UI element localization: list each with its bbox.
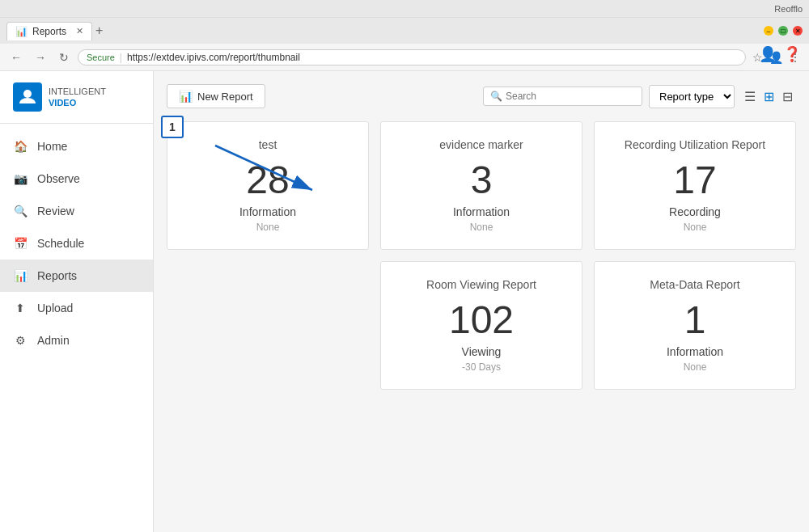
card-number-room-viewing: 102 [394,298,569,342]
admin-icon: ⚙ [13,333,28,348]
grid-view-button[interactable]: ⊞ [760,87,777,106]
sidebar-item-review-label: Review [37,205,74,217]
card-sub-test: None [180,222,355,233]
browser-toolbar: ← → ↻ Secure | https://extdev.ipivs.com/… [0,44,809,71]
card-type-room-viewing: Viewing [394,345,569,358]
card-type-evidence: Information [394,205,569,218]
upload-icon: ⬆ [13,301,28,315]
address-separator: | [120,52,122,63]
view-buttons: ☰ ⊞ ⊟ [741,87,796,106]
address-bar[interactable]: Secure | https://extdev.ipivs.com/report… [78,49,746,65]
large-grid-view-button[interactable]: ⊟ [779,87,796,106]
help-icon[interactable]: ❓ [783,45,801,63]
sidebar-item-upload-label: Upload [37,302,73,315]
sidebar-item-admin[interactable]: ⚙ Admin [0,324,153,357]
user-icon[interactable]: 👤 [759,45,777,63]
sidebar-item-schedule[interactable]: 📅 Schedule [0,227,153,260]
report-card-recording-utilization[interactable]: Recording Utilization Report 17 Recordin… [594,121,796,250]
sidebar-item-upload[interactable]: ⬆ Upload [0,292,153,324]
home-icon: 🏠 [13,139,28,154]
reports-icon: 📊 [13,268,28,283]
cards-grid-row1: 1 test 28 Information None evidence mark… [167,121,796,250]
sidebar-item-reports[interactable]: 📊 Reports [0,260,153,292]
browser-top-bar: Reofflo [0,0,809,18]
secure-label: Secure [87,53,115,62]
new-report-button[interactable]: 📊 New Report [167,84,265,108]
sidebar-item-reports-label: Reports [37,269,77,282]
reload-button[interactable]: ↻ [55,49,73,65]
card-type-recording: Recording [608,205,782,218]
main-toolbar-row: 📊 New Report 🔍 Report type Recording Inf… [167,84,796,108]
report-type-select[interactable]: Report type Recording Information Viewin… [649,85,735,108]
search-icon: 🔍 [490,91,502,102]
logo-icon [13,82,42,112]
browser-username: Reofflo [774,4,803,14]
annotation-badge: 1 [161,116,184,138]
main-content: 📊 New Report 🔍 Report type Recording Inf… [154,71,809,532]
card-title-test: test [180,138,355,151]
card-title-recording: Recording Utilization Report [608,138,782,151]
browser-tab[interactable]: 📊 Reports ✕ [6,22,92,40]
window-controls: – □ ✕ [764,26,803,36]
browser-title-bar: 📊 Reports ✕ + – □ ✕ [0,18,809,44]
back-button[interactable]: ← [6,49,26,65]
sidebar-item-schedule-label: Schedule [37,237,84,250]
report-card-room-viewing[interactable]: Room Viewing Report 102 Viewing -30 Days [380,261,582,390]
schedule-icon: 📅 [13,236,28,251]
close-button[interactable]: ✕ [793,26,803,36]
address-text: https://extdev.ipivs.com/report/thumbnai… [127,52,300,63]
nav-menu: 🏠 Home 📷 Observe 🔍 Review 📅 Schedule 📊 R… [0,130,153,357]
minimize-button[interactable]: – [764,26,773,36]
card-title-room-viewing: Room Viewing Report [394,278,569,291]
new-tab-button[interactable]: + [95,23,103,38]
cards-row1-wrapper: 1 test 28 Information None evidence mark… [167,121,796,250]
card-sub-recording: None [608,222,782,233]
list-view-button[interactable]: ☰ [741,87,759,106]
maximize-button[interactable]: □ [778,26,788,36]
card-number-recording: 17 [608,158,782,202]
card-title-evidence: evidence marker [394,138,569,151]
sidebar-item-review[interactable]: 🔍 Review [0,195,153,227]
sidebar-item-home[interactable]: 🏠 Home [0,130,153,163]
card-sub-evidence: None [394,222,569,233]
forward-button[interactable]: → [31,49,50,65]
app-header-right: 👤 ❓ [759,45,801,63]
card-sub-room-viewing: -30 Days [394,361,569,373]
tab-favicon: 📊 [15,26,28,37]
sidebar-item-observe-label: Observe [37,172,80,185]
card-type-test: Information [180,205,355,218]
search-box[interactable]: 🔍 [483,87,642,106]
new-report-icon: 📊 [179,90,193,103]
empty-col [167,261,369,390]
logo-area: INTELLIGENT VIDEO [0,71,153,124]
sidebar-item-home-label: Home [37,140,67,153]
card-number-test: 28 [180,158,355,202]
cards-grid-row2: Room Viewing Report 102 Viewing -30 Days… [167,261,796,390]
tab-title: Reports [32,26,66,37]
sidebar-item-admin-label: Admin [37,334,70,347]
card-sub-meta-data: None [608,361,782,373]
report-card-evidence-marker[interactable]: evidence marker 3 Information None [380,121,582,250]
search-input[interactable] [506,91,635,102]
new-report-label: New Report [197,91,253,103]
sidebar-item-observe[interactable]: 📷 Observe [0,163,153,195]
card-number-meta-data: 1 [608,298,782,342]
sidebar: INTELLIGENT VIDEO 🏠 Home 📷 Observe 🔍 Rev… [0,71,154,532]
card-number-evidence: 3 [394,158,569,202]
report-card-meta-data[interactable]: Meta-Data Report 1 Information None [594,261,796,390]
app-container: INTELLIGENT VIDEO 🏠 Home 📷 Observe 🔍 Rev… [0,71,809,532]
svg-point-0 [23,90,32,98]
review-icon: 🔍 [13,204,28,218]
observe-icon: 📷 [13,171,28,186]
logo-text: INTELLIGENT VIDEO [49,86,106,109]
card-type-meta-data: Information [608,345,782,358]
card-title-meta-data: Meta-Data Report [608,278,782,291]
tab-close-button[interactable]: ✕ [76,26,83,36]
report-card-test[interactable]: 1 test 28 Information None [167,121,369,250]
